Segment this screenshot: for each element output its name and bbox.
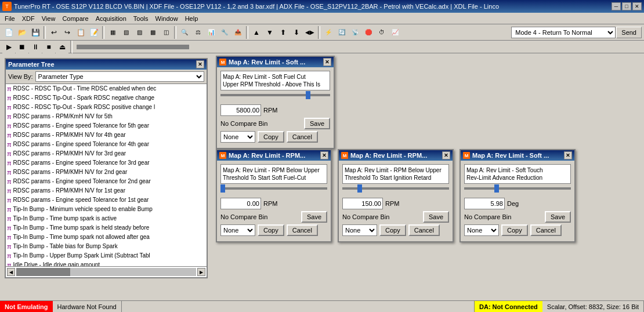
list-item[interactable]: πTip-In Bump - Time bump spark not allow… <box>6 233 207 242</box>
list-item[interactable]: πTip-In Bump - Minimum vehicle speed to … <box>6 205 207 214</box>
list-item[interactable]: πTip-In Bump - Time bump spark is active <box>6 214 207 223</box>
minimize-button[interactable]: ─ <box>612 2 621 10</box>
grid-btn4[interactable]: ▩ <box>146 26 159 39</box>
scroll-right-button[interactable]: ▶ <box>197 268 205 276</box>
dialog3-copy-button[interactable]: Copy <box>379 224 406 236</box>
stop2-button[interactable]: ■ <box>42 41 55 53</box>
menu-help[interactable]: Help <box>182 14 202 23</box>
menu-xdf[interactable]: XDF <box>19 14 38 23</box>
dialog1-copy-button[interactable]: Copy <box>258 131 284 143</box>
list-item[interactable]: πTip-In Bump - Table bias for Bump Spark <box>6 242 207 251</box>
graph-btn[interactable]: 📊 <box>205 26 218 39</box>
dialog2-save-button[interactable]: Save <box>301 211 327 223</box>
grid-btn5[interactable]: ◫ <box>160 26 172 39</box>
list-item[interactable]: πRDSC params - RPM/KMH N/V for 1st gear <box>6 186 207 195</box>
dialog2-copy-button[interactable]: Copy <box>258 224 284 236</box>
act-btn5[interactable]: ⏱ <box>375 26 388 39</box>
dialog2-value-input[interactable] <box>220 198 261 209</box>
list-item[interactable]: πRDSC params - Engine speed Tolerance fo… <box>6 121 207 130</box>
dialog4-close-button[interactable]: ✕ <box>564 151 572 159</box>
dialog4-none-select[interactable]: None <box>464 224 499 236</box>
scale-btn[interactable]: ⚖ <box>191 26 204 39</box>
grid-btn2[interactable]: ▧ <box>120 26 132 39</box>
param-horizontal-scrollbar[interactable] <box>16 268 196 276</box>
undo-button[interactable]: ↩ <box>48 26 60 39</box>
dialog3-slider-thumb[interactable] <box>357 184 362 193</box>
dialog1-save-button[interactable]: Save <box>304 118 330 129</box>
tool-btn3[interactable]: 📤 <box>231 26 244 39</box>
paste-button[interactable]: 📝 <box>88 26 100 39</box>
tool-btn2[interactable]: 🔧 <box>218 26 231 39</box>
act-btn1[interactable]: ⚡ <box>322 26 335 39</box>
dialog4-value-input[interactable] <box>464 198 505 209</box>
list-item[interactable]: πRDSC params - RPM/KMH N/V for 3rd gear <box>6 149 207 158</box>
maximize-button[interactable]: □ <box>622 2 631 10</box>
copy-button[interactable]: 📋 <box>74 26 87 39</box>
dialog1-value-input[interactable] <box>220 104 261 116</box>
list-item[interactable]: πRDSC params - Engine speed Tolerance fo… <box>6 140 207 149</box>
param-view-select[interactable]: Parameter Type <box>35 71 204 82</box>
down-btn[interactable]: ▼ <box>263 26 276 39</box>
dialog4-copy-button[interactable]: Copy <box>501 224 528 236</box>
list-item[interactable]: πRDSC params - RPM/KmH N/V for 5th <box>6 112 207 121</box>
save-button[interactable]: 💾 <box>29 26 42 39</box>
nav-btn[interactable]: ◀▶ <box>303 26 316 39</box>
stop-button[interactable]: ⏹ <box>16 41 28 53</box>
dialog1-none-select[interactable]: None <box>220 131 255 143</box>
list-item[interactable]: πRDSC - RDSC Tip-Out - Spark RDSC negati… <box>6 93 207 103</box>
list-item[interactable]: πRDSC params - RPM/KMH N/V for 2nd gear <box>6 168 207 177</box>
list-item[interactable]: πRDSC - RDSC Tip-Out - Time RDSC enabled… <box>6 84 207 93</box>
down2-btn[interactable]: ⬇ <box>290 26 303 39</box>
dialog3-close-button[interactable]: ✕ <box>442 151 450 159</box>
new-button[interactable]: 📄 <box>2 26 15 39</box>
dialog4-cancel-button[interactable]: Cancel <box>530 224 562 236</box>
dialog4-save-button[interactable]: Save <box>545 211 571 223</box>
menu-acquisition[interactable]: Acquisition <box>92 14 130 23</box>
search-btn[interactable]: 🔍 <box>178 26 191 39</box>
act-btn2[interactable]: 🔄 <box>335 26 348 39</box>
grid-btn3[interactable]: ▨ <box>133 26 146 39</box>
dialog3-save-button[interactable]: Save <box>423 211 449 223</box>
dialog1-close-button[interactable]: ✕ <box>323 58 331 66</box>
param-panel-close-button[interactable]: ✕ <box>196 60 204 68</box>
dialog4-slider-thumb[interactable] <box>494 184 499 193</box>
scrollbar-thumb[interactable] <box>16 268 70 276</box>
list-item[interactable]: πRDSC params - RPM/KMH N/V for 4th gear <box>6 130 207 140</box>
menu-tools[interactable]: Tools <box>130 14 152 23</box>
menu-window[interactable]: Window <box>152 14 182 23</box>
send-button[interactable]: Send <box>616 27 642 38</box>
act-btn4[interactable]: 🛑 <box>362 26 375 39</box>
act-btn6[interactable]: 📈 <box>389 26 401 39</box>
list-item[interactable]: πRDSC params - Engine speed Tolerance fo… <box>6 158 207 168</box>
dialog3-none-select[interactable]: None <box>342 224 377 236</box>
menu-view[interactable]: View <box>38 14 59 23</box>
dialog2-slider-thumb[interactable] <box>220 184 225 193</box>
play-button[interactable]: ▶ <box>2 41 15 53</box>
list-item[interactable]: πRDSC - RDSC Tip-Out - Spark RDSC positi… <box>6 103 207 112</box>
redo-button[interactable]: ↪ <box>61 26 74 39</box>
dialog3-value-input[interactable] <box>342 198 383 209</box>
dialog3-cancel-button[interactable]: Cancel <box>408 224 440 236</box>
menu-file[interactable]: File <box>1 14 19 23</box>
pause-button[interactable]: ⏸ <box>29 41 42 53</box>
dialog1-cancel-button[interactable]: Cancel <box>287 131 318 143</box>
menu-compare[interactable]: Compare <box>59 14 92 23</box>
up-btn[interactable]: ▲ <box>250 26 263 39</box>
list-item[interactable]: πRDSC params - Engine speed Tolerance fo… <box>6 177 207 186</box>
close-button[interactable]: ✕ <box>632 2 642 10</box>
mode-select[interactable]: Mode 4 - Return To Normal <box>511 27 616 38</box>
list-item[interactable]: πTip-In Bump - Upper Bump Spark Limit (S… <box>6 251 207 260</box>
dialog2-cancel-button[interactable]: Cancel <box>287 224 318 236</box>
open-button[interactable]: 📂 <box>16 26 28 39</box>
act-btn3[interactable]: 📡 <box>349 26 361 39</box>
list-item[interactable]: πIdle Drive - Idle drive gain amount <box>6 260 207 266</box>
dialog1-slider-thumb[interactable] <box>306 91 310 99</box>
dialog2-close-button[interactable]: ✕ <box>320 151 328 159</box>
scroll-left-button[interactable]: ◀ <box>7 268 15 276</box>
eject-button[interactable]: ⏏ <box>56 41 68 53</box>
list-item[interactable]: πTip-In Bump - Time bump spark is held s… <box>6 223 207 233</box>
grid-btn1[interactable]: ▦ <box>106 26 119 39</box>
list-item[interactable]: πRDSC params - Engine speed Tolerance fo… <box>6 195 207 205</box>
up2-btn[interactable]: ⬆ <box>277 26 290 39</box>
dialog2-none-select[interactable]: None <box>220 224 255 236</box>
